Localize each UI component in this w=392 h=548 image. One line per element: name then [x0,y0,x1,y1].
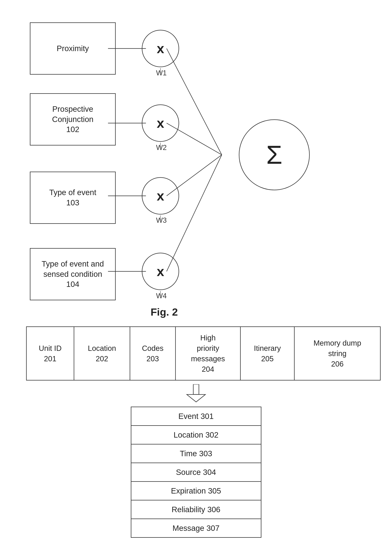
tick-w2 [160,143,161,148]
arrow-down-container [15,384,377,403]
svg-line-4 [167,49,222,155]
multiply-node-3: x [142,177,179,215]
input-box-conjunction: ProspectiveConjunction102 [30,93,116,146]
down-arrow-svg [185,384,207,403]
detail-cell-time: Time 303 [131,444,261,463]
tick-w1 [160,68,161,74]
input-label-104: Type of event andsensed condition104 [42,259,104,290]
detail-cell-location: Location 302 [131,426,261,444]
detail-row-expiration: Expiration 305 [131,482,261,500]
message-table-row: Unit ID201 Location202 Codes203 Highprio… [27,327,380,380]
detail-row-time: Time 303 [131,444,261,463]
detail-table: Event 301 Location 302 Time 303 Source 3… [131,407,261,538]
multiply-node-2: x [142,104,179,142]
cell-memory-dump: Memory dumpstring206 [294,327,380,380]
cell-unit-id: Unit ID201 [27,327,74,380]
tick-w3 [160,215,161,221]
cell-itinerary: Itinerary205 [240,327,294,380]
message-table: Unit ID201 Location202 Codes203 Highprio… [26,326,381,381]
sigma-symbol: Σ [266,140,282,170]
detail-row-source: Source 304 [131,463,261,482]
detail-row-reliability: Reliability 306 [131,500,261,519]
fig2-caption: Fig. 2 [108,306,220,318]
weight-label-w3: W3 [156,216,167,224]
input-box-type-event: Type of event103 [30,172,116,224]
weight-label-w4: W4 [156,292,167,300]
x-symbol-3: x [157,188,164,203]
input-label-101: Proximity [57,43,89,54]
detail-row-event: Event 301 [131,407,261,426]
input-label-103: Type of event103 [49,187,96,208]
main-container: Proximity ProspectiveConjunction102 Type… [0,0,392,548]
svg-marker-9 [187,395,205,402]
cell-high-priority: Highprioritymessages204 [175,327,240,380]
input-label-102: ProspectiveConjunction102 [52,104,93,135]
detail-cell-expiration: Expiration 305 [131,482,261,500]
fig2-diagram: Proximity ProspectiveConjunction102 Type… [15,11,377,319]
tick-w4 [160,291,161,297]
x-symbol-2: x [157,115,164,131]
cell-location: Location202 [74,327,130,380]
weight-label-w1: W1 [156,69,167,77]
fig3-caption: Fig. 3 [15,547,377,548]
x-symbol-4: x [157,264,164,279]
sum-node: Σ [239,119,310,190]
detail-row-location: Location 302 [131,426,261,444]
input-box-proximity: Proximity [30,22,116,75]
svg-rect-8 [193,384,199,395]
fig3-diagram: Unit ID201 Location202 Codes203 Highprio… [15,326,377,548]
svg-line-7 [167,155,222,271]
cell-codes: Codes203 [130,327,175,380]
weight-label-w2: W2 [156,144,167,152]
x-symbol-1: x [157,41,164,56]
detail-cell-reliability: Reliability 306 [131,500,261,519]
input-box-type-event-sensed: Type of event andsensed condition104 [30,248,116,300]
multiply-node-4: x [142,253,179,290]
multiply-node-1: x [142,30,179,67]
detail-row-message: Message 307 [131,519,261,538]
detail-cell-source: Source 304 [131,463,261,482]
detail-cell-event: Event 301 [131,407,261,426]
detail-cell-message: Message 307 [131,519,261,538]
